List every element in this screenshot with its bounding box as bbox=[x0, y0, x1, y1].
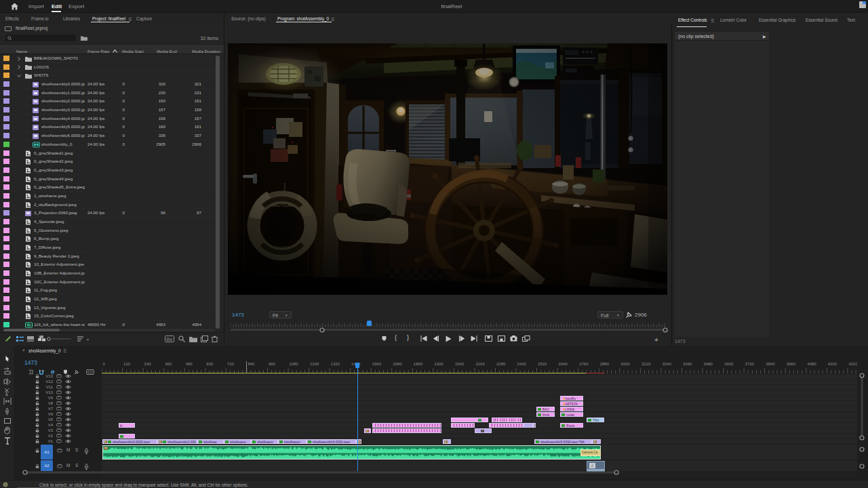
svg-text:8w: 8w bbox=[166, 337, 173, 342]
svg-text:CC: CC bbox=[87, 370, 93, 374]
